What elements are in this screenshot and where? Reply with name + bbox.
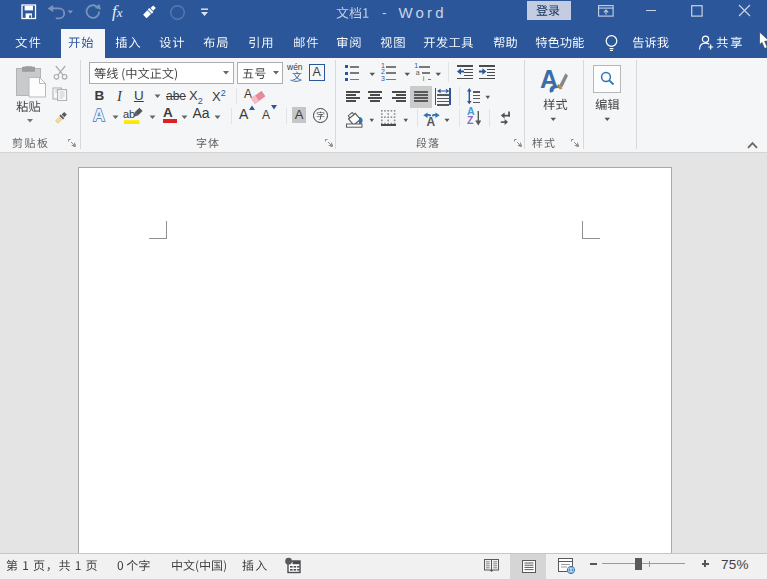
svg-text:A: A (427, 114, 436, 126)
svg-text:i: i (423, 75, 425, 82)
svg-text:a: a (416, 69, 420, 76)
svg-text:ab: ab (123, 108, 135, 120)
svg-text:A: A (244, 87, 252, 101)
svg-text:A: A (93, 106, 105, 124)
svg-text:A: A (540, 65, 558, 93)
svg-text:3: 3 (381, 75, 385, 82)
